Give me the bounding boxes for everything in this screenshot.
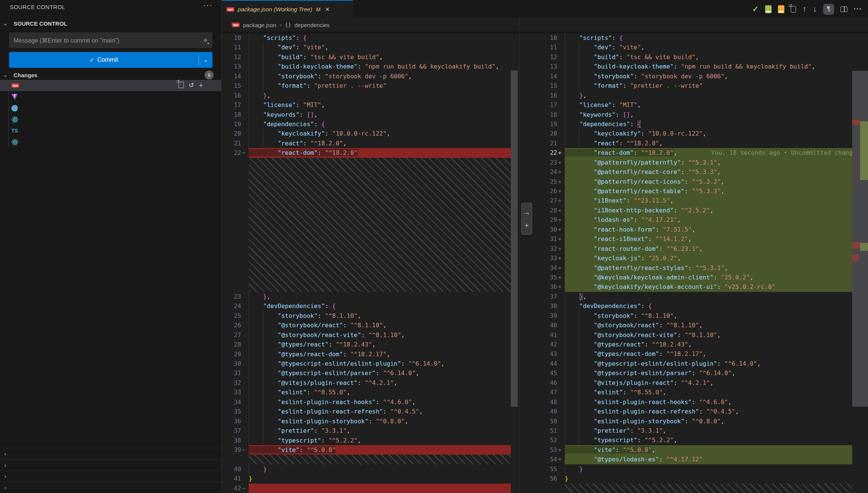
code-line-modified-49[interactable]: 49 "eslint-plugin-react-refresh": "^0.4.… <box>520 407 852 416</box>
open-file-icon[interactable] <box>179 82 184 90</box>
code-line-original-19[interactable]: 19 "dependencies": { <box>222 119 511 129</box>
code-line-modified-56[interactable]: 56} <box>520 474 852 483</box>
code-line-modified-41[interactable]: 41 "@storybook/react-vite": "^8.1.10", <box>520 330 852 340</box>
code-line-modified-33[interactable]: 33+ "keycloak-js": "25.0.2", <box>520 253 852 263</box>
code-line-original-11[interactable]: 11 "dev": "vite", <box>222 43 511 52</box>
code-line-modified-15[interactable]: 15 "format": "prettier . --write" <box>520 81 852 90</box>
code-line-modified-17[interactable]: 17 "license": "MIT", <box>520 100 852 110</box>
code-line-modified-37[interactable]: 37 }, <box>520 292 852 301</box>
code-line-original-34[interactable]: 34 "eslint-plugin-react-hooks": "^4.6.0"… <box>222 397 511 407</box>
code-line-modified-34[interactable]: 34+ "@patternfly/react-styles": "^5.3.1"… <box>520 263 852 273</box>
commit-button[interactable]: ✓Commit ⌄ <box>9 52 212 68</box>
code-line-modified-20[interactable]: 20 "keycloakify": "10.0.0-rc.122", <box>520 129 852 138</box>
left-scrollbar-thumb[interactable] <box>511 70 518 407</box>
code-line-modified-40[interactable]: 40 "@storybook/react": "^8.1.10", <box>520 321 852 330</box>
file-row-yarn.lock[interactable] <box>0 102 221 114</box>
code-line-original-27[interactable]: 27 "@storybook/react-vite": "^8.1.10", <box>222 330 511 340</box>
code-line-modified-50[interactable]: 50 "eslint-plugin-storybook": "^0.8.0", <box>520 417 852 426</box>
sidebar-section-branches[interactable]: › <box>0 470 221 482</box>
code-line-original-24[interactable]: 24 "devDependencies": { <box>222 301 511 311</box>
code-line-original-13[interactable]: 13 "build-keycloak-theme": "npm run buil… <box>222 62 511 71</box>
code-line-modified-46[interactable]: 46 "@vitejs/plugin-react": "^4.2.1", <box>520 378 852 388</box>
code-line-original-39[interactable]: 39− "vite": "^5.0.8" <box>222 445 511 455</box>
code-line-modified-21[interactable]: 21 "react": "^18.2.0", <box>520 139 852 148</box>
file-row-package.json[interactable]: npm ↺+ <box>0 80 221 91</box>
code-line-original-33[interactable]: 33 "eslint": "^8.55.0", <box>222 388 511 397</box>
book-green-icon[interactable] <box>765 5 772 13</box>
code-line-original-36[interactable]: 36 "eslint-plugin-storybook": "^0.8.0", <box>222 417 511 426</box>
code-line-modified-55[interactable]: 55 } <box>520 464 852 474</box>
code-line-original-12[interactable]: 12 "build": "tsc && vite build", <box>222 52 511 62</box>
code-line-original-40[interactable]: 40 } <box>222 464 511 474</box>
code-line-original-30[interactable]: 30 "@typescript-eslint/eslint-plugin": "… <box>222 359 511 368</box>
code-line-original-20[interactable]: 20 "keycloakify": "10.0.0-rc.122", <box>222 129 511 138</box>
code-line-modified-45[interactable]: 45 "@typescript-eslint/parser": "^6.14.0… <box>520 368 852 378</box>
code-line-modified-27[interactable]: 27+ "i18next": "^23.11.5", <box>520 196 852 205</box>
code-line-original-21[interactable]: 21 "react": "^18.2.0", <box>222 139 511 148</box>
code-line-modified-16[interactable]: 16 }, <box>520 91 852 100</box>
code-line-original-16[interactable]: 16 }, <box>222 91 511 100</box>
code-line-modified-19[interactable]: 19 "dependencies": { <box>520 119 852 129</box>
code-line-original-25[interactable]: 25 "storybook": "^8.1.10", <box>222 311 511 321</box>
previous-change-icon[interactable]: ↑ <box>802 5 807 14</box>
tab-package-json-working-tree[interactable]: npm package.json (Working Tree) M ✕ <box>222 0 353 18</box>
sidebar-more-actions-icon[interactable]: ··· <box>203 1 213 9</box>
sidebar-section-repositories[interactable]: › <box>0 448 221 459</box>
code-line-original-32[interactable]: 32 "@vitejs/plugin-react": "^4.2.1", <box>222 378 511 388</box>
file-row-KcContext.ts[interactable]: TS <box>0 125 221 136</box>
source-control-section-header[interactable]: ⌄ SOURCE CONTROL <box>0 17 221 29</box>
more-actions-icon[interactable]: ··· <box>854 5 862 13</box>
code-line-original-41[interactable]: 41} <box>222 474 511 483</box>
code-line-modified-39[interactable]: 39 "storybook": "^8.1.10", <box>520 311 852 321</box>
code-line-modified-42[interactable]: 42 "@types/react": "^18.2.43", <box>520 340 852 349</box>
code-line-modified-14[interactable]: 14 "storybook": "storybook dev -p 6006", <box>520 72 852 81</box>
code-line-original-18[interactable]: 18 "keywords": [], <box>222 110 511 119</box>
sparkle-icon[interactable]: ✧ <box>203 37 208 44</box>
stage-icon[interactable]: + <box>199 82 203 89</box>
code-line-modified-53[interactable]: 53+ "vite": "^5.0.8", <box>520 445 852 455</box>
code-line-original-29[interactable]: 29 "@types/react-dom": "^18.2.17", <box>222 350 511 359</box>
commit-message-input[interactable]: Message (⌘Enter to commit on "main") ✧ <box>9 32 212 48</box>
code-line-original-26[interactable]: 26 "@storybook/react": "^8.1.10", <box>222 321 511 330</box>
code-line-original-22[interactable]: 22− "react-dom": "^18.2.0" <box>222 148 511 157</box>
code-line-original-10[interactable]: 10 "scripts": { <box>222 33 511 43</box>
code-line-modified-10[interactable]: 10 "scripts": { <box>520 33 852 43</box>
file-row-kc.gen.tsx[interactable] <box>0 114 221 125</box>
code-line-modified-31[interactable]: 31+ "react-i18next": "^14.1.2", <box>520 234 852 244</box>
open-changes-icon[interactable] <box>791 6 796 12</box>
code-line-modified-43[interactable]: 43 "@types/react-dom": "^18.2.17", <box>520 349 852 359</box>
code-line-modified-47[interactable]: 47 "eslint": "^8.55.0", <box>520 388 852 397</box>
file-row-KcPage.tsx[interactable] <box>0 136 221 148</box>
code-line-modified-35[interactable]: 35+ "@keycloak/keycloak-admin-client": "… <box>520 273 852 282</box>
split-editor-icon[interactable] <box>840 6 847 12</box>
code-line-modified-29[interactable]: 29+ "lodash-es": "^4.17.21", <box>520 215 852 224</box>
code-line-modified-54[interactable]: 54+ "@types/lodash-es": "^4.17.12" <box>520 455 852 464</box>
next-change-icon[interactable]: ↓ <box>813 5 817 14</box>
file-row-vite.config.ts[interactable] <box>0 91 221 102</box>
code-line-original-28[interactable]: 28 "@types/react": "^18.2.43", <box>222 340 511 349</box>
code-line-original-15[interactable]: 15 "format": "prettier . --write" <box>222 81 511 90</box>
close-icon[interactable]: ✕ <box>325 6 330 13</box>
book-orange-icon[interactable] <box>778 5 784 13</box>
code-line-modified-36[interactable]: 36+ "@keycloakify/keycloak-account-ui": … <box>520 282 852 292</box>
code-line-modified-25[interactable]: 25+ "@patternfly/react-icons": "^5.3.2", <box>520 177 852 186</box>
code-line-modified-30[interactable]: 30+ "react-hook-form": "7.51.5", <box>520 225 852 234</box>
code-line-original-23[interactable]: 23 }, <box>222 292 511 301</box>
code-line-original-42[interactable]: 42− <box>222 484 511 493</box>
code-line-modified-22[interactable]: 22+ "react-dom": "^18.2.0",You, 18 secon… <box>520 148 852 157</box>
code-line-modified-52[interactable]: 52 "typescript": "^5.2.2", <box>520 435 852 445</box>
code-line-original-38[interactable]: 38 "typescript": "^5.2.2", <box>222 436 511 445</box>
sidebar-section-remotes[interactable]: › <box>0 482 221 493</box>
commit-dropdown-icon[interactable]: ⌄ <box>199 57 212 63</box>
code-line-modified-48[interactable]: 48 "eslint-plugin-react-hooks": "^4.6.0"… <box>520 397 852 407</box>
breadcrumb-file[interactable]: package.json <box>243 22 276 28</box>
code-line-modified-28[interactable]: 28+ "i18next-http-backend": "^2.5.2", <box>520 206 852 215</box>
code-line-modified-13[interactable]: 13 "build-keycloak-theme": "npm run buil… <box>520 62 852 71</box>
code-line-original-14[interactable]: 14 "storybook": "storybook dev -p 6006", <box>222 72 511 81</box>
code-line-modified-23[interactable]: 23+ "@patternfly/patternfly": "^5.3.1", <box>520 158 852 167</box>
code-line-modified-38[interactable]: 38 "devDependencies": { <box>520 301 852 311</box>
whitespace-toggle-icon[interactable]: ¶ <box>823 4 834 15</box>
code-line-modified-51[interactable]: 51 "prettier": "3.3.1", <box>520 426 852 435</box>
revert-block-arrow-icon[interactable]: → <box>523 209 530 216</box>
code-line-modified-11[interactable]: 11 "dev": "vite", <box>520 43 852 52</box>
